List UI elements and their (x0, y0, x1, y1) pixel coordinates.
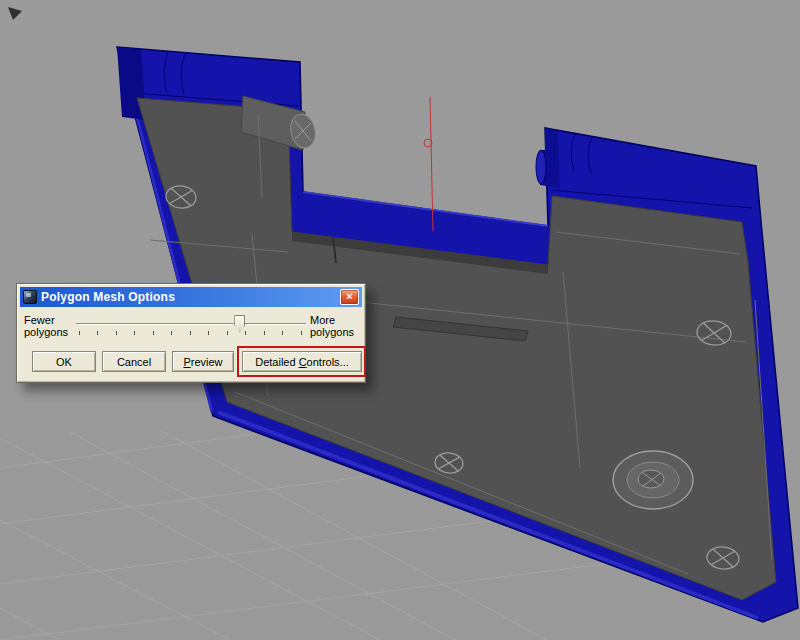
ok-button[interactable]: OK (32, 351, 96, 372)
dialog-buttons: OK Cancel Preview Detailed Controls... (28, 348, 358, 374)
dialog-title: Polygon Mesh Options (41, 290, 336, 304)
more-polygons-label: More polygons (310, 314, 362, 338)
preview-button[interactable]: Preview (172, 351, 234, 372)
fewer-polygons-label: Fewer polygons (24, 314, 72, 338)
app-icon (23, 290, 37, 304)
polygon-mesh-options-dialog: Polygon Mesh Options × Fewer polygons Mo… (16, 283, 366, 383)
cancel-button[interactable]: Cancel (102, 351, 166, 372)
slider-thumb[interactable] (234, 315, 245, 332)
close-button[interactable]: × (340, 289, 359, 305)
detailed-controls-button[interactable]: Detailed Controls... (242, 351, 362, 372)
large-boss (613, 451, 693, 509)
application-window: Polygon Mesh Options × Fewer polygons Mo… (0, 0, 800, 640)
slider-track[interactable] (76, 323, 306, 325)
slider-ticks (79, 331, 303, 335)
dialog-titlebar[interactable]: Polygon Mesh Options × (20, 287, 362, 307)
close-icon: × (346, 290, 352, 302)
polygon-density-slider[interactable] (76, 311, 306, 341)
